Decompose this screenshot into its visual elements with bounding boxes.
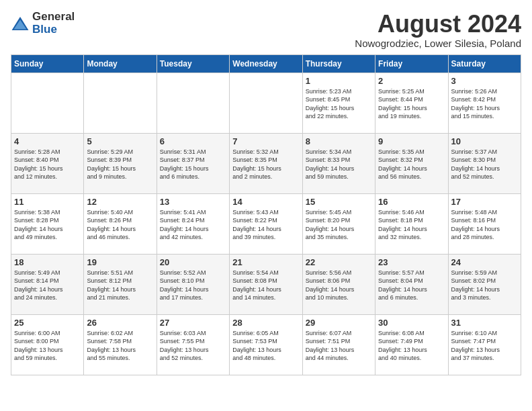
day-info: Sunrise: 5:37 AMSunset: 8:30 PMDaylight:… — [451, 148, 518, 181]
table-row: 26Sunrise: 6:02 AMSunset: 7:58 PMDayligh… — [84, 314, 157, 375]
col-wednesday: Wednesday — [230, 54, 302, 73]
day-number: 8 — [306, 136, 372, 146]
day-info: Sunrise: 5:49 AMSunset: 8:14 PMDaylight:… — [14, 269, 81, 302]
day-number: 12 — [87, 197, 153, 207]
day-number: 2 — [378, 76, 445, 86]
table-row: 19Sunrise: 5:51 AMSunset: 8:12 PMDayligh… — [84, 254, 157, 314]
logo-text-general: General — [32, 11, 75, 24]
table-row: 27Sunrise: 6:03 AMSunset: 7:55 PMDayligh… — [157, 314, 229, 375]
day-info: Sunrise: 5:34 AMSunset: 8:33 PMDaylight:… — [306, 148, 372, 181]
day-info: Sunrise: 5:43 AMSunset: 8:22 PMDaylight:… — [232, 208, 299, 242]
table-row: 18Sunrise: 5:49 AMSunset: 8:14 PMDayligh… — [11, 254, 84, 314]
day-number: 25 — [14, 318, 81, 328]
table-row: 31Sunrise: 6:10 AMSunset: 7:47 PMDayligh… — [448, 314, 521, 375]
table-row: 22Sunrise: 5:56 AMSunset: 8:06 PMDayligh… — [302, 254, 375, 314]
table-row: 16Sunrise: 5:46 AMSunset: 8:18 PMDayligh… — [375, 193, 448, 254]
table-row: 12Sunrise: 5:40 AMSunset: 8:26 PMDayligh… — [84, 193, 157, 254]
day-number: 23 — [378, 257, 445, 267]
day-number: 24 — [451, 257, 518, 267]
table-row: 23Sunrise: 5:57 AMSunset: 8:04 PMDayligh… — [375, 254, 448, 314]
day-info: Sunrise: 5:46 AMSunset: 8:18 PMDaylight:… — [378, 208, 445, 242]
table-row: 30Sunrise: 6:08 AMSunset: 7:49 PMDayligh… — [375, 314, 448, 375]
day-number: 7 — [232, 136, 299, 146]
calendar-week-3: 11Sunrise: 5:38 AMSunset: 8:28 PMDayligh… — [11, 193, 521, 254]
table-row: 21Sunrise: 5:54 AMSunset: 8:08 PMDayligh… — [230, 254, 302, 314]
calendar-week-2: 4Sunrise: 5:28 AMSunset: 8:40 PMDaylight… — [11, 133, 521, 193]
day-info: Sunrise: 6:00 AMSunset: 8:00 PMDaylight:… — [14, 329, 81, 363]
calendar-table: Sunday Monday Tuesday Wednesday Thursday… — [11, 54, 521, 375]
calendar-header: Sunday Monday Tuesday Wednesday Thursday… — [11, 54, 521, 73]
col-sunday: Sunday — [11, 54, 84, 73]
day-number: 28 — [232, 318, 299, 328]
table-row: 2Sunrise: 5:25 AMSunset: 8:44 PMDaylight… — [375, 73, 448, 133]
day-info: Sunrise: 5:54 AMSunset: 8:08 PMDaylight:… — [232, 269, 299, 302]
table-row: 24Sunrise: 5:59 AMSunset: 8:02 PMDayligh… — [448, 254, 521, 314]
day-number: 11 — [14, 197, 81, 207]
day-number: 16 — [378, 197, 445, 207]
day-info: Sunrise: 5:52 AMSunset: 8:10 PMDaylight:… — [160, 269, 226, 302]
table-row: 11Sunrise: 5:38 AMSunset: 8:28 PMDayligh… — [11, 193, 84, 254]
day-number: 30 — [378, 318, 445, 328]
day-number: 26 — [87, 318, 153, 328]
day-info: Sunrise: 6:02 AMSunset: 7:58 PMDaylight:… — [87, 329, 153, 363]
day-number: 19 — [87, 257, 153, 267]
day-info: Sunrise: 5:41 AMSunset: 8:24 PMDaylight:… — [160, 208, 226, 242]
table-row — [84, 73, 157, 133]
day-number: 22 — [306, 257, 372, 267]
table-row: 1Sunrise: 5:23 AMSunset: 8:45 PMDaylight… — [302, 73, 375, 133]
col-thursday: Thursday — [302, 54, 375, 73]
table-row: 5Sunrise: 5:29 AMSunset: 8:39 PMDaylight… — [84, 133, 157, 193]
title-area: August 2024 Nowogrodziec, Lower Silesia,… — [355, 11, 521, 49]
day-number: 4 — [14, 136, 81, 146]
day-number: 18 — [14, 257, 81, 267]
calendar-week-1: 1Sunrise: 5:23 AMSunset: 8:45 PMDaylight… — [11, 73, 521, 133]
day-info: Sunrise: 5:23 AMSunset: 8:45 PMDaylight:… — [306, 87, 372, 121]
calendar-week-5: 25Sunrise: 6:00 AMSunset: 8:00 PMDayligh… — [11, 314, 521, 375]
day-number: 27 — [160, 318, 226, 328]
table-row: 29Sunrise: 6:07 AMSunset: 7:51 PMDayligh… — [302, 314, 375, 375]
header: General Blue August 2024 Nowogrodziec, L… — [11, 11, 521, 49]
table-row: 20Sunrise: 5:52 AMSunset: 8:10 PMDayligh… — [157, 254, 229, 314]
day-info: Sunrise: 5:48 AMSunset: 8:16 PMDaylight:… — [451, 208, 518, 242]
col-friday: Friday — [375, 54, 448, 73]
table-row — [11, 73, 84, 133]
calendar-body: 1Sunrise: 5:23 AMSunset: 8:45 PMDaylight… — [11, 73, 521, 375]
day-number: 17 — [451, 197, 518, 207]
day-info: Sunrise: 5:29 AMSunset: 8:39 PMDaylight:… — [87, 148, 153, 181]
table-row: 7Sunrise: 5:32 AMSunset: 8:35 PMDaylight… — [230, 133, 302, 193]
table-row: 28Sunrise: 6:05 AMSunset: 7:53 PMDayligh… — [230, 314, 302, 375]
day-info: Sunrise: 6:05 AMSunset: 7:53 PMDaylight:… — [232, 329, 299, 363]
day-info: Sunrise: 5:51 AMSunset: 8:12 PMDaylight:… — [87, 269, 153, 302]
day-info: Sunrise: 5:32 AMSunset: 8:35 PMDaylight:… — [232, 148, 299, 181]
table-row: 14Sunrise: 5:43 AMSunset: 8:22 PMDayligh… — [230, 193, 302, 254]
day-number: 1 — [306, 76, 372, 86]
col-saturday: Saturday — [448, 54, 521, 73]
calendar-week-4: 18Sunrise: 5:49 AMSunset: 8:14 PMDayligh… — [11, 254, 521, 314]
table-row: 25Sunrise: 6:00 AMSunset: 8:00 PMDayligh… — [11, 314, 84, 375]
day-info: Sunrise: 6:08 AMSunset: 7:49 PMDaylight:… — [378, 329, 445, 363]
day-info: Sunrise: 5:31 AMSunset: 8:37 PMDaylight:… — [160, 148, 226, 181]
col-monday: Monday — [84, 54, 157, 73]
day-info: Sunrise: 5:28 AMSunset: 8:40 PMDaylight:… — [14, 148, 81, 181]
month-title: August 2024 — [355, 11, 521, 38]
table-row: 3Sunrise: 5:26 AMSunset: 8:42 PMDaylight… — [448, 73, 521, 133]
logo-icon — [11, 15, 30, 32]
day-info: Sunrise: 5:35 AMSunset: 8:32 PMDaylight:… — [378, 148, 445, 181]
logo: General Blue — [11, 11, 75, 36]
day-info: Sunrise: 6:03 AMSunset: 7:55 PMDaylight:… — [160, 329, 226, 363]
logo-text-blue: Blue — [32, 24, 75, 36]
day-info: Sunrise: 5:59 AMSunset: 8:02 PMDaylight:… — [451, 269, 518, 302]
day-number: 21 — [232, 257, 299, 267]
day-info: Sunrise: 5:40 AMSunset: 8:26 PMDaylight:… — [87, 208, 153, 242]
table-row: 15Sunrise: 5:45 AMSunset: 8:20 PMDayligh… — [302, 193, 375, 254]
day-number: 3 — [451, 76, 518, 86]
table-row: 4Sunrise: 5:28 AMSunset: 8:40 PMDaylight… — [11, 133, 84, 193]
day-info: Sunrise: 5:56 AMSunset: 8:06 PMDaylight:… — [306, 269, 372, 302]
day-info: Sunrise: 5:57 AMSunset: 8:04 PMDaylight:… — [378, 269, 445, 302]
table-row: 17Sunrise: 5:48 AMSunset: 8:16 PMDayligh… — [448, 193, 521, 254]
day-number: 6 — [160, 136, 226, 146]
day-number: 5 — [87, 136, 153, 146]
table-row: 9Sunrise: 5:35 AMSunset: 8:32 PMDaylight… — [375, 133, 448, 193]
table-row: 13Sunrise: 5:41 AMSunset: 8:24 PMDayligh… — [157, 193, 229, 254]
header-row: Sunday Monday Tuesday Wednesday Thursday… — [11, 54, 521, 73]
